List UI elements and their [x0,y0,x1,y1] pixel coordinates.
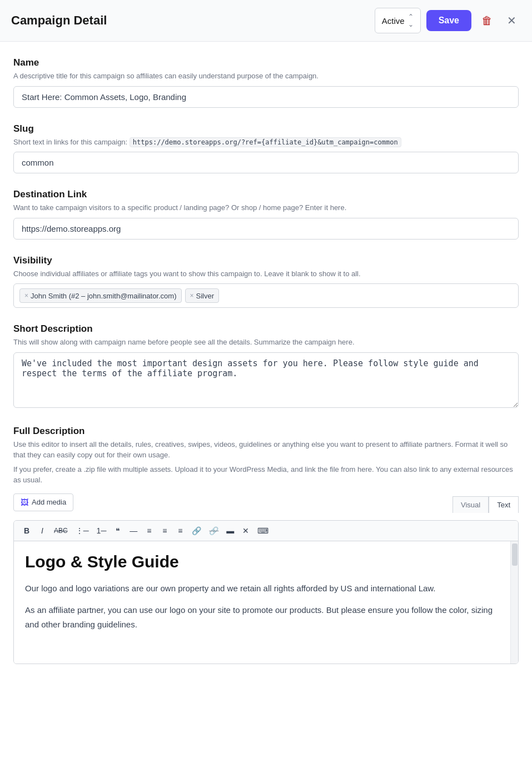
destination-link-hint: Want to take campaign visitors to a spec… [13,202,519,213]
visibility-field-group: Visibility Choose individual affiliates … [13,255,519,308]
page-title: Campaign Detail [11,13,375,28]
page-header: Campaign Detail Active ⌃⌄ Save 🗑 ✕ [0,0,532,42]
destination-link-label: Destination Link [13,189,519,200]
tag-label: Silver [196,292,215,300]
toolbar-align-center[interactable]: ≡ [157,524,172,537]
editor-controls-row: 🖼 Add media Visual Text [13,493,519,516]
close-icon: ✕ [507,14,516,27]
status-label: Active [382,16,405,26]
short-description-hint: This will show along with campaign name … [13,337,519,348]
destination-link-field-group: Destination Link Want to take campaign v… [13,189,519,240]
tab-visual[interactable]: Visual [453,496,489,513]
toolbar-align-right[interactable]: ≡ [173,524,187,537]
toolbar-blockquote[interactable]: ❝ [111,524,125,537]
name-label: Name [13,57,519,68]
toolbar-link[interactable]: 🔗 [188,524,205,537]
visibility-hint: Choose individual affiliates or affiliat… [13,268,519,280]
slug-hint-text: Short text in links for this campaign: [13,138,130,146]
slug-hint: Short text in links for this campaign: h… [13,137,519,148]
add-media-label: Add media [32,498,66,506]
delete-icon: 🗑 [481,14,493,27]
toolbar-indent[interactable]: ▬ [223,524,237,537]
short-description-label: Short Description [13,323,519,335]
visibility-label: Visibility [13,255,519,266]
toolbar-unlink[interactable]: 🔗 [206,524,222,537]
tab-text[interactable]: Text [489,496,519,513]
name-hint: A descriptive title for this campaign so… [13,71,519,82]
slug-field-group: Slug Short text in links for this campai… [13,123,519,174]
slug-label: Slug [13,123,519,134]
short-description-input[interactable]: We've included the most important design… [13,352,519,408]
toolbar-horizontal-rule[interactable]: ― [126,524,141,537]
toolbar-outdent[interactable]: ✕ [238,524,253,537]
editor-scrollbar-thumb [512,543,518,566]
full-description-hint2: If you prefer, create a .zip file with m… [13,464,519,486]
toolbar-align-left[interactable]: ≡ [142,524,156,537]
name-input[interactable] [13,86,519,108]
editor-scrollbar[interactable] [510,541,518,664]
tag-remove-icon[interactable]: × [24,292,28,300]
editor-paragraph-2: As an affiliate partner, you can use our… [25,603,507,631]
media-icon: 🖼 [21,498,28,507]
full-description-label: Full Description [13,426,519,437]
slug-hint-url: https://demo.storeapps.org/?ref={affilia… [130,137,401,147]
short-description-field-group: Short Description This will show along w… [13,323,519,410]
toolbar-italic[interactable]: I [35,524,49,537]
tag-john-smith[interactable]: × John Smith (#2 – john.smith@mailinator… [19,288,182,303]
slug-input[interactable] [13,152,519,173]
full-description-field-group: Full Description Use this editor to inse… [13,426,519,664]
name-field-group: Name A descriptive title for this campai… [13,57,519,108]
editor-tabs: Visual Text [453,496,519,513]
status-select[interactable]: Active ⌃⌄ [375,8,421,33]
toolbar-ordered-list[interactable]: 1─ [93,524,110,537]
tag-label: John Smith (#2 – john.smith@mailinator.c… [31,292,176,300]
add-media-button[interactable]: 🖼 Add media [13,493,73,511]
toolbar-strikethrough[interactable]: ABC [51,525,71,537]
content-area: Name A descriptive title for this campai… [0,42,532,695]
editor-toolbar: B I ABC ⋮​─ 1─ ❝ ― ≡ ≡ ≡ 🔗 🔗 ▬ ✕ ⌨ [14,521,518,541]
save-button[interactable]: Save [426,10,471,31]
tag-silver[interactable]: × Silver [185,288,220,303]
editor-paragraph-1: Our logo and logo variations are our own… [25,581,507,596]
editor-container: B I ABC ⋮​─ 1─ ❝ ― ≡ ≡ ≡ 🔗 🔗 ▬ ✕ ⌨ Logo … [13,520,519,664]
toolbar-unordered-list[interactable]: ⋮​─ [72,524,92,537]
editor-body[interactable]: Logo & Style Guide Our logo and logo var… [14,541,518,664]
header-controls: Active ⌃⌄ Save 🗑 ✕ [375,8,521,33]
toolbar-bold[interactable]: B [19,524,34,537]
editor-heading: Logo & Style Guide [25,552,507,571]
visibility-tags-container[interactable]: × John Smith (#2 – john.smith@mailinator… [13,283,519,308]
destination-link-input[interactable] [13,218,519,240]
tag-remove-icon[interactable]: × [190,292,194,300]
chevron-icon: ⌃⌄ [408,13,414,28]
delete-button[interactable]: 🗑 [477,10,497,32]
toolbar-keyboard[interactable]: ⌨ [254,524,272,537]
close-button[interactable]: ✕ [503,9,521,32]
full-description-hint1: Use this editor to insert all the detail… [13,439,519,461]
